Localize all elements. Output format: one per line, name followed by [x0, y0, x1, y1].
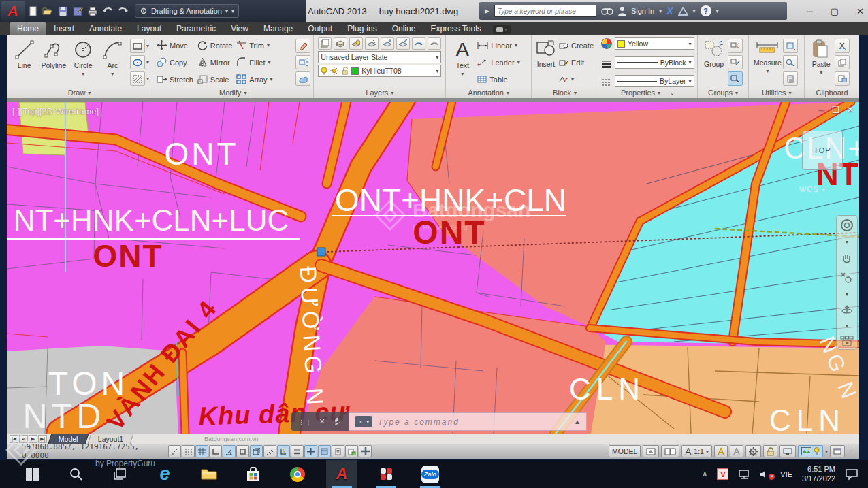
quick-select-button[interactable] — [783, 55, 798, 69]
linetype-dropdown[interactable]: ByLayer▾ — [615, 75, 694, 87]
ribbon-tab-view[interactable]: View — [223, 22, 256, 35]
ungroup-button[interactable] — [728, 39, 743, 53]
id-point-button[interactable] — [783, 39, 798, 53]
measure-button[interactable]: Measure ▾ — [752, 37, 783, 87]
open-file-button[interactable] — [41, 4, 54, 18]
showmotion-icon[interactable] — [840, 336, 854, 346]
object-snap-tracking-toggle[interactable] — [263, 445, 276, 457]
lineweight-icon[interactable] — [601, 60, 612, 68]
last-layout-button[interactable]: ▶| — [38, 435, 47, 443]
ribbon-tab-manage[interactable]: Manage — [256, 22, 300, 35]
chevron-down-icon[interactable]: ▼ — [845, 240, 850, 244]
panel-title-modify[interactable]: Modify▾ — [152, 87, 313, 98]
language-indicator[interactable]: VIE — [780, 470, 792, 478]
chevron-down-icon[interactable]: ▾ — [268, 59, 271, 65]
chevron-down-icon[interactable]: ▾ — [267, 42, 270, 48]
paste-button[interactable]: Paste ▾ — [807, 37, 835, 87]
copy-button[interactable]: Copy — [155, 54, 195, 70]
taskbar-edge-button[interactable]: e — [149, 460, 180, 488]
viewcube[interactable]: TOP — [802, 131, 843, 170]
command-history-up-icon[interactable]: ▲ — [574, 418, 581, 425]
mirror-button[interactable]: Mirror — [196, 54, 234, 70]
annotation-scale-button[interactable]: 1:1▾ — [681, 445, 712, 457]
isolate-objects-button[interactable] — [798, 445, 823, 457]
undo-button[interactable] — [101, 4, 114, 18]
panel-title-properties[interactable]: Properties▾⌄ — [598, 87, 697, 98]
close-button[interactable]: ✕ — [856, 6, 864, 16]
panel-title-groups[interactable]: Groups▾ — [698, 87, 749, 98]
taskbar-file-explorer-button[interactable] — [193, 460, 225, 488]
edit-attributes-button[interactable]: ▾ — [558, 71, 595, 87]
autocad-app-menu-button[interactable]: A — [1, 1, 25, 21]
ribbon-tab-annotate[interactable]: Annotate — [82, 22, 129, 35]
autodesk-360-icon[interactable] — [678, 7, 688, 16]
hatch-tool-button[interactable] — [130, 71, 145, 86]
volume-muted-icon[interactable]: ✕ — [760, 470, 771, 479]
taskbar-zalo-button[interactable]: Zalo — [415, 460, 446, 488]
exchange-apps-icon[interactable]: X — [666, 5, 673, 16]
array-button[interactable]: Array▾ — [235, 71, 274, 87]
ribbon-tab-layout[interactable]: Layout — [129, 22, 169, 35]
snap-mode-toggle[interactable] — [182, 445, 195, 457]
action-center-icon[interactable] — [845, 468, 858, 480]
drawing-close-button[interactable]: ✕ — [847, 105, 854, 114]
selection-cycling-toggle[interactable] — [332, 445, 344, 457]
chevron-down-icon[interactable]: ▾ — [146, 76, 149, 82]
text-button[interactable]: A Text ▾ — [449, 37, 476, 87]
ribbon-tab-parametric[interactable]: Parametric — [169, 22, 223, 35]
trim-button[interactable]: Trim▾ — [235, 37, 274, 53]
taskbar-chrome-button[interactable] — [282, 460, 313, 488]
network-icon[interactable] — [738, 469, 750, 479]
group-button[interactable]: Group — [701, 37, 728, 87]
rectangle-tool-button[interactable] — [130, 39, 145, 53]
layer-state-dropdown[interactable]: Unsaved Layer State▾ — [318, 51, 441, 63]
chevron-down-icon[interactable]: ▾ — [146, 59, 149, 65]
grid-display-toggle[interactable] — [195, 445, 208, 457]
layer-dropdown[interactable]: KyHieuTT08 ▾ — [318, 65, 441, 77]
ribbon-tab-plug-ins[interactable]: Plug-ins — [340, 22, 384, 35]
quick-calc-button[interactable] — [783, 71, 798, 86]
ribbon-tab-online[interactable]: Online — [385, 22, 423, 35]
drawing-canvas[interactable]: [-][Top][2D Wireframe] ─ ❑ ✕ TOP WCS▾ ▼ … — [7, 98, 859, 434]
transparency-toggle[interactable] — [304, 445, 317, 457]
autoscale-button[interactable] — [730, 445, 743, 457]
object-snap-3d-toggle[interactable] — [250, 445, 263, 457]
search-input[interactable] — [494, 5, 596, 17]
overkill-button[interactable] — [295, 71, 310, 86]
clean-screen-button[interactable] — [830, 445, 845, 457]
quick-properties-toggle[interactable] — [318, 445, 331, 457]
search-binoculars-icon[interactable] — [601, 6, 613, 16]
lineweight-dropdown[interactable]: ByBlock▾ — [615, 56, 694, 69]
prev-layout-button[interactable]: ◀ — [19, 435, 28, 443]
viewport-controls-label[interactable]: [-][Top][2D Wireframe] — [12, 106, 99, 116]
explode-button[interactable] — [295, 55, 310, 69]
unikey-icon[interactable]: V — [717, 468, 728, 480]
arc-button[interactable]: Arc ▾ — [98, 37, 127, 87]
chevron-down-icon[interactable]: ▾ — [716, 8, 719, 14]
create-block-button[interactable]: Create — [558, 37, 595, 53]
featured-apps-button[interactable]: ▾ — [493, 25, 511, 34]
fillet-button[interactable]: Fillet▾ — [235, 54, 274, 70]
command-line-grip[interactable]: ⋮⋮ ✕ — [291, 412, 349, 431]
layer-properties-button[interactable] — [318, 37, 332, 50]
linear-dimension-button[interactable]: Linear▾ — [476, 37, 528, 53]
cut-button[interactable] — [835, 39, 850, 53]
object-color-dropdown[interactable]: Yellow▾ — [615, 37, 694, 50]
ribbon-tab-output[interactable]: Output — [300, 22, 340, 35]
rotate-button[interactable]: Rotate — [196, 37, 234, 53]
first-layout-button[interactable]: |◀ — [10, 435, 18, 443]
taskbar-clock[interactable]: 6:51 PM 3/17/2022 — [802, 465, 835, 484]
group-edit-button[interactable] — [728, 55, 743, 69]
chevron-down-icon[interactable]: ▾ — [659, 8, 662, 14]
dynamic-input-toggle[interactable] — [277, 445, 290, 457]
redo-button[interactable] — [116, 4, 129, 18]
group-selection-toggle[interactable] — [728, 71, 743, 86]
chevron-down-icon[interactable]: ▾ — [825, 449, 828, 455]
layer-prev-button[interactable] — [428, 37, 441, 50]
leader-button[interactable]: Leader▾ — [476, 54, 528, 70]
ribbon-tab-express-tools[interactable]: Express Tools — [423, 22, 488, 35]
circle-button[interactable]: Circle ▾ — [69, 37, 98, 87]
layer-lock-button[interactable] — [396, 37, 410, 50]
plot-button[interactable] — [86, 4, 99, 18]
help-icon[interactable]: ? — [701, 5, 711, 16]
